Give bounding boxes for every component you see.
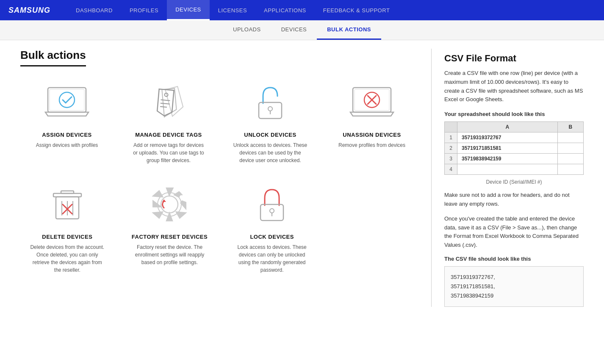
row-header-3: 3 [445, 154, 457, 164]
factory-reset-desc: Factory reset the device. The enrollment… [131, 243, 208, 266]
csv-title: CSV File Format [444, 53, 584, 64]
row-4-col-a [457, 164, 558, 175]
action-grid-row1: ASSIGN DEVICES Assign devices with profi… [20, 79, 418, 164]
csv-file-label: The CSV file should look like this [444, 256, 584, 262]
lock-devices-icon [247, 181, 297, 228]
top-navigation: SAMSUNG DASHBOARD PROFILES DEVICES LICEN… [0, 0, 604, 20]
table-row: 4 [445, 164, 584, 175]
csv-spreadsheet-label: Your spreadsheet should look like this [444, 111, 584, 117]
csv-description: Create a CSV file with one row (line) pe… [444, 69, 584, 104]
csv-note-1: Make sure not to add a row for headers, … [444, 191, 584, 209]
manage-tags-icon [143, 79, 194, 126]
row-4-col-b [557, 164, 583, 175]
row-2-col-a: 35719171851581 [457, 143, 558, 154]
sub-navigation: UPLOADS DEVICES BULK ACTIONS [0, 20, 604, 40]
csv-note-2: Once you've created the table and entere… [444, 215, 584, 250]
svg-rect-17 [61, 191, 74, 193]
svg-rect-0 [48, 88, 86, 112]
unlock-devices-desc: Unlock access to devices. These devices … [232, 141, 308, 164]
unassign-devices-desc: Remove profiles from devices [338, 141, 405, 149]
assign-devices-title: ASSIGN DEVICES [42, 132, 92, 138]
row-3-col-a: 35719838942159 [457, 154, 558, 164]
row-1-col-b [557, 132, 583, 143]
delete-devices-title: DELETE DEVICES [42, 234, 92, 240]
row-header-2: 2 [445, 143, 457, 154]
csv-example: 35719319372767, 35719171851581, 35719838… [444, 266, 584, 307]
row-1-col-a: 35719319372767 [457, 132, 558, 143]
action-unassign-devices[interactable]: UNASSIGN DEVICES Remove profiles from de… [325, 79, 418, 164]
unlock-devices-icon [245, 79, 296, 126]
table-row: 3 35719838942159 [445, 154, 584, 164]
table-row: 1 35719319372767 [445, 132, 584, 143]
csv-panel: CSV File Format Create a CSV file with o… [431, 49, 584, 307]
row-header-1: 1 [445, 132, 457, 143]
action-grid-row2: DELETE DEVICES Delete devices from the a… [20, 181, 319, 274]
svg-point-26 [270, 209, 274, 213]
unlock-devices-title: UNLOCK DEVICES [244, 132, 296, 138]
tab-devices[interactable]: DEVICES [271, 20, 317, 40]
svg-point-2 [59, 92, 75, 108]
action-unlock-devices[interactable]: UNLOCK DEVICES Unlock access to devices.… [224, 79, 317, 164]
lock-devices-title: LOCK DEVICES [250, 234, 294, 240]
action-lock-devices[interactable]: LOCK DEVICES Lock access to devices. The… [225, 181, 319, 274]
nav-item-licenses[interactable]: LICENSES [210, 0, 255, 20]
svg-line-6 [160, 107, 167, 107]
nav-links: DASHBOARD PROFILES DEVICES LICENSES APPL… [67, 0, 398, 20]
svg-line-4 [161, 100, 170, 101]
row-2-col-b [557, 143, 583, 154]
delete-devices-icon [42, 181, 93, 228]
unassign-devices-title: UNASSIGN DEVICES [343, 132, 401, 138]
manage-tags-title: MANAGE DEVICE TAGS [135, 132, 202, 138]
page-title: Bulk actions [20, 49, 86, 66]
nav-item-devices[interactable]: DEVICES [167, 0, 210, 20]
samsung-logo: SAMSUNG [8, 6, 50, 15]
nav-item-profiles[interactable]: PROFILES [121, 0, 167, 20]
assign-devices-icon [42, 79, 92, 126]
table-corner [445, 122, 457, 132]
table-col-b: B [557, 122, 583, 132]
csv-example-line1: 35719319372767, [451, 274, 495, 280]
factory-reset-title: FACTORY RESET DEVICES [132, 234, 208, 240]
row-3-col-b [557, 154, 583, 164]
main-area: Bulk actions ASSIGN DE [20, 49, 418, 307]
factory-reset-icon [144, 181, 195, 228]
assign-devices-desc: Assign devices with profiles [36, 141, 98, 149]
unassign-devices-icon [346, 79, 397, 126]
csv-example-line3: 35719838942159 [451, 292, 493, 299]
delete-devices-desc: Delete devices from the account. Once de… [29, 243, 105, 274]
table-col-a: A [457, 122, 558, 132]
table-row: 2 35719171851581 [445, 143, 584, 154]
action-delete-devices[interactable]: DELETE DEVICES Delete devices from the a… [20, 181, 114, 274]
action-manage-tags[interactable]: MANAGE DEVICE TAGS Add or remove tags fo… [122, 79, 215, 164]
csv-spreadsheet-table: A B 1 35719319372767 2 35719171851581 3 [444, 121, 584, 175]
action-assign-devices[interactable]: ASSIGN DEVICES Assign devices with profi… [20, 79, 114, 164]
tab-uploads[interactable]: UPLOADS [223, 20, 271, 40]
nav-item-dashboard[interactable]: DASHBOARD [67, 0, 121, 20]
nav-item-feedback[interactable]: FEEDBACK & SUPPORT [315, 0, 399, 20]
row-header-4: 4 [445, 164, 457, 175]
page-content: Bulk actions ASSIGN DE [8, 40, 596, 315]
action-factory-reset[interactable]: FACTORY RESET DEVICES Factory reset the … [123, 181, 217, 274]
svg-line-5 [161, 103, 170, 104]
manage-tags-desc: Add or remove tags for devices or upload… [130, 141, 207, 164]
svg-point-8 [268, 107, 272, 111]
nav-item-applications[interactable]: APPLICATIONS [255, 0, 315, 20]
device-id-label: Device ID (Serial/IMEI #) [444, 179, 584, 185]
tab-bulk-actions[interactable]: BULK ACTIONS [317, 20, 381, 40]
svg-point-24 [161, 196, 178, 213]
csv-example-line2: 35719171851581, [451, 283, 495, 290]
lock-devices-desc: Lock access to devices. These devices ca… [234, 243, 310, 274]
